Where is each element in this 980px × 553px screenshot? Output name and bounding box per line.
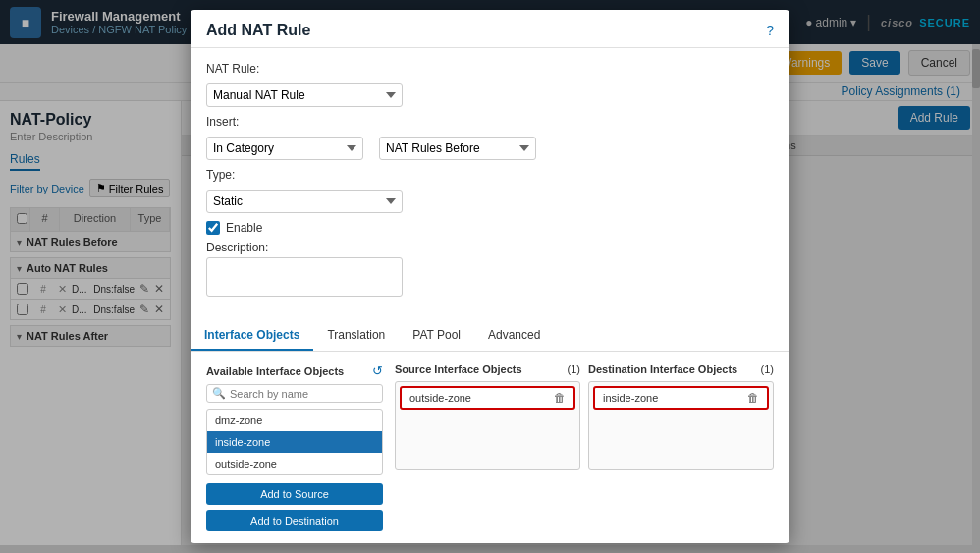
dest-title: Destination Interface Objects — [588, 363, 737, 375]
modal-tabs: Interface Objects Translation PAT Pool A… — [191, 321, 789, 352]
modal-title: Add NAT Rule — [206, 22, 310, 39]
avail-refresh-icon[interactable]: ↺ — [372, 363, 383, 378]
search-input[interactable] — [230, 388, 377, 400]
available-objects-panel: Available Interface Objects ↺ 🔍 dmz-zone… — [206, 363, 383, 531]
avail-actions: Add to Source Add to Destination — [206, 483, 383, 531]
avail-item-dmz[interactable]: dmz-zone — [207, 410, 382, 431]
modal-body: NAT Rule: Manual NAT Rule Insert: In Cat… — [191, 48, 789, 313]
enable-checkbox[interactable] — [206, 221, 220, 235]
dest-zone-row: inside-zone 🗑 — [589, 382, 773, 417]
insert-category-select[interactable]: In Category — [206, 137, 363, 160]
add-nat-rule-modal: Add NAT Rule ? NAT Rule: Manual NAT Rule… — [191, 10, 789, 543]
modal-overlay: Add NAT Rule ? NAT Rule: Manual NAT Rule… — [0, 0, 980, 553]
avail-title: Available Interface Objects — [206, 365, 344, 377]
dest-zone-label: inside-zone — [603, 392, 658, 404]
search-box: 🔍 — [206, 384, 383, 403]
dest-count: (1) — [761, 363, 774, 375]
type-label: Type: — [206, 168, 265, 182]
description-label: Description: — [206, 241, 774, 254]
description-textarea[interactable] — [206, 257, 403, 297]
avail-item-inside[interactable]: inside-zone — [207, 431, 382, 453]
enable-row: Enable — [206, 221, 774, 235]
dest-header: Destination Interface Objects (1) — [588, 363, 774, 375]
dest-drop-area: inside-zone 🗑 — [588, 381, 774, 470]
description-block: Description: — [206, 241, 774, 300]
nat-rule-select-row: Manual NAT Rule — [206, 83, 774, 107]
interface-panel: Available Interface Objects ↺ 🔍 dmz-zone… — [191, 352, 789, 543]
insert-selects-row: In Category NAT Rules Before — [206, 137, 774, 160]
nat-rule-label: NAT Rule: — [206, 62, 265, 76]
tab-interface-objects[interactable]: Interface Objects — [191, 321, 313, 351]
add-to-destination-button[interactable]: Add to Destination — [206, 510, 383, 531]
source-panel: Source Interface Objects (1) outside-zon… — [395, 363, 580, 531]
modal-help-icon[interactable]: ? — [766, 23, 774, 38]
search-icon: 🔍 — [212, 387, 226, 400]
avail-item-outside[interactable]: outside-zone — [207, 453, 382, 474]
nat-rule-select[interactable]: Manual NAT Rule — [206, 83, 403, 107]
insert-position-select[interactable]: NAT Rules Before — [379, 137, 536, 160]
avail-header: Available Interface Objects ↺ — [206, 363, 383, 378]
source-title: Source Interface Objects — [395, 363, 522, 375]
source-dest-panels: Source Interface Objects (1) outside-zon… — [395, 363, 774, 531]
source-count: (1) — [568, 363, 580, 375]
enable-label: Enable — [226, 221, 262, 235]
source-zone-row: outside-zone 🗑 — [396, 382, 579, 417]
tab-advanced[interactable]: Advanced — [474, 321, 554, 351]
source-delete-icon[interactable]: 🗑 — [554, 391, 566, 405]
source-zone-label: outside-zone — [409, 392, 471, 404]
type-row: Type: — [206, 168, 774, 182]
add-to-source-button[interactable]: Add to Source — [206, 483, 383, 505]
insert-label: Insert: — [206, 115, 265, 129]
insert-row: Insert: — [206, 115, 774, 129]
destination-panel: Destination Interface Objects (1) inside… — [588, 363, 774, 531]
source-zone-box: outside-zone 🗑 — [400, 386, 575, 410]
tab-translation[interactable]: Translation — [313, 321, 399, 351]
available-items-list: dmz-zone inside-zone outside-zone — [206, 409, 383, 475]
type-select[interactable]: Static — [206, 190, 403, 213]
dest-zone-box: inside-zone 🗑 — [593, 386, 769, 410]
modal-header: Add NAT Rule ? — [191, 10, 789, 48]
dest-delete-icon[interactable]: 🗑 — [747, 391, 759, 405]
source-header: Source Interface Objects (1) — [395, 363, 580, 375]
type-select-row: Static — [206, 190, 774, 213]
nat-rule-row: NAT Rule: — [206, 62, 774, 76]
tab-pat-pool[interactable]: PAT Pool — [399, 321, 474, 351]
source-drop-area: outside-zone 🗑 — [395, 381, 580, 470]
